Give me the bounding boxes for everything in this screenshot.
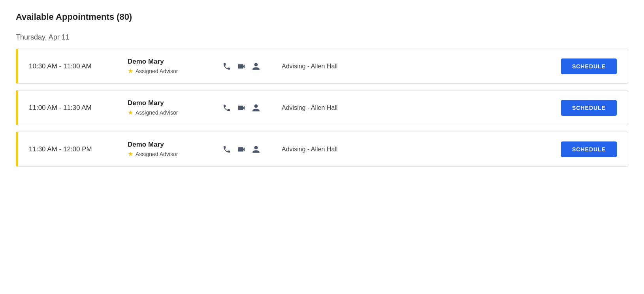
time-range: 10:30 AM - 11:00 AM xyxy=(29,62,112,70)
phone-icon xyxy=(222,145,231,154)
advisor-name: Demo Mary xyxy=(128,99,207,107)
appointment-card: 10:30 AM - 11:00 AM Demo Mary ★ Assigned… xyxy=(16,49,628,84)
person-icon xyxy=(252,104,260,112)
assigned-label: Assigned Advisor xyxy=(136,109,178,116)
location: Advising - Allen Hall xyxy=(282,104,545,111)
video-icon xyxy=(237,145,246,154)
location: Advising - Allen Hall xyxy=(282,146,545,153)
time-range: 11:00 AM - 11:30 AM xyxy=(29,104,112,112)
person-icon xyxy=(252,145,260,154)
phone-icon xyxy=(222,104,231,112)
contact-icons xyxy=(222,104,266,112)
contact-icons xyxy=(222,145,266,154)
advisor-name: Demo Mary xyxy=(128,58,207,66)
contact-icons xyxy=(222,62,266,71)
video-icon xyxy=(237,62,246,71)
time-range: 11:30 AM - 12:00 PM xyxy=(29,145,112,153)
assigned-label: Assigned Advisor xyxy=(136,68,178,74)
schedule-button[interactable]: SCHEDULE xyxy=(561,100,617,116)
advisor-info: Demo Mary ★ Assigned Advisor xyxy=(128,58,207,75)
location: Advising - Allen Hall xyxy=(282,63,545,70)
person-icon xyxy=(252,62,260,71)
star-icon: ★ xyxy=(128,109,133,116)
assigned-advisor-row: ★ Assigned Advisor xyxy=(128,109,207,116)
schedule-button[interactable]: SCHEDULE xyxy=(561,141,617,157)
appointment-card: 11:00 AM - 11:30 AM Demo Mary ★ Assigned… xyxy=(16,90,628,125)
assigned-advisor-row: ★ Assigned Advisor xyxy=(128,67,207,75)
star-icon: ★ xyxy=(128,67,133,75)
appointments-list: 10:30 AM - 11:00 AM Demo Mary ★ Assigned… xyxy=(16,49,628,167)
page-title: Available Appointments (80) xyxy=(16,12,628,22)
schedule-button[interactable]: SCHEDULE xyxy=(561,58,617,74)
video-icon xyxy=(237,104,246,112)
assigned-advisor-row: ★ Assigned Advisor xyxy=(128,150,207,158)
advisor-name: Demo Mary xyxy=(128,141,207,149)
appointment-card: 11:30 AM - 12:00 PM Demo Mary ★ Assigned… xyxy=(16,132,628,167)
phone-icon xyxy=(222,62,231,71)
advisor-info: Demo Mary ★ Assigned Advisor xyxy=(128,99,207,116)
star-icon: ★ xyxy=(128,150,133,158)
advisor-info: Demo Mary ★ Assigned Advisor xyxy=(128,141,207,158)
date-heading: Thursday, Apr 11 xyxy=(16,33,628,41)
assigned-label: Assigned Advisor xyxy=(136,151,178,157)
